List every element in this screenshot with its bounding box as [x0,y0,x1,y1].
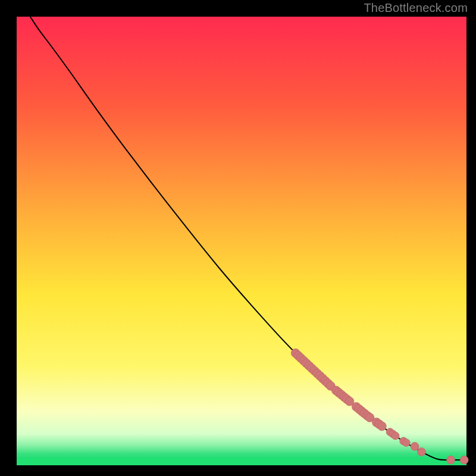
curve-marker [392,432,399,440]
plot-gradient-bg [17,17,466,465]
curve-marker [411,442,419,450]
baseline-green-strip [17,457,466,465]
curve-marker [460,456,468,464]
curve-marker [377,422,386,431]
curve-marker [447,456,455,464]
curve-marker [417,447,425,456]
curve-marker [402,439,410,446]
chart-stage: TheBottleneck.com [0,0,476,476]
bottleneck-chart [0,0,476,476]
